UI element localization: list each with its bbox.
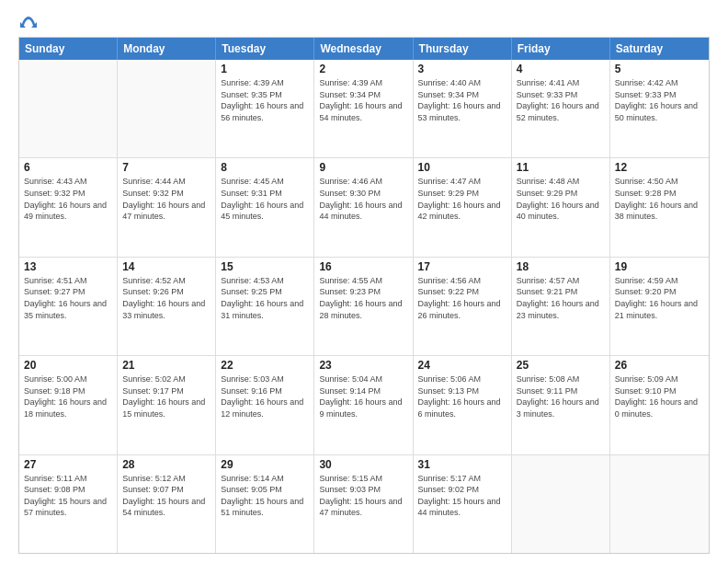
day-info: Sunrise: 4:51 AM Sunset: 9:27 PM Dayligh… (24, 275, 112, 321)
day-info: Sunrise: 5:04 AM Sunset: 9:14 PM Dayligh… (319, 373, 407, 419)
day-info: Sunrise: 4:50 AM Sunset: 9:28 PM Dayligh… (615, 176, 704, 222)
day-info: Sunrise: 4:56 AM Sunset: 9:22 PM Dayligh… (418, 275, 506, 321)
calendar: SundayMondayTuesdayWednesdayThursdayFrid… (18, 37, 710, 554)
day-info: Sunrise: 4:53 AM Sunset: 9:25 PM Dayligh… (221, 275, 309, 321)
calendar-cell (610, 455, 709, 553)
calendar-header-cell: Friday (512, 38, 610, 60)
calendar-cell: 20Sunrise: 5:00 AM Sunset: 9:18 PM Dayli… (19, 356, 118, 454)
calendar-cell: 21Sunrise: 5:02 AM Sunset: 9:17 PM Dayli… (118, 356, 216, 454)
logo (18, 15, 37, 29)
day-number: 28 (122, 458, 210, 471)
calendar-cell: 10Sunrise: 4:47 AM Sunset: 9:29 PM Dayli… (414, 158, 512, 256)
day-info: Sunrise: 5:03 AM Sunset: 9:16 PM Dayligh… (221, 373, 309, 419)
day-number: 5 (615, 63, 704, 75)
day-info: Sunrise: 5:02 AM Sunset: 9:17 PM Dayligh… (122, 373, 210, 419)
calendar-cell: 29Sunrise: 5:14 AM Sunset: 9:05 PM Dayli… (216, 455, 314, 553)
day-info: Sunrise: 4:43 AM Sunset: 9:32 PM Dayligh… (24, 176, 112, 222)
calendar-cell (118, 60, 216, 157)
calendar-cell: 26Sunrise: 5:09 AM Sunset: 9:10 PM Dayli… (610, 356, 709, 454)
day-info: Sunrise: 5:15 AM Sunset: 9:03 PM Dayligh… (319, 473, 407, 519)
logo-wave-icon (20, 15, 37, 31)
calendar-cell: 11Sunrise: 4:48 AM Sunset: 9:29 PM Dayli… (512, 158, 610, 256)
day-info: Sunrise: 4:39 AM Sunset: 9:34 PM Dayligh… (319, 77, 407, 123)
calendar-cell: 17Sunrise: 4:56 AM Sunset: 9:22 PM Dayli… (414, 258, 512, 355)
day-number: 15 (221, 260, 309, 273)
day-info: Sunrise: 5:12 AM Sunset: 9:07 PM Dayligh… (122, 473, 210, 519)
page: SundayMondayTuesdayWednesdayThursdayFrid… (0, 0, 728, 563)
day-number: 13 (24, 260, 112, 273)
day-number: 19 (615, 260, 704, 273)
day-info: Sunrise: 5:09 AM Sunset: 9:10 PM Dayligh… (615, 373, 704, 419)
day-number: 24 (418, 359, 506, 372)
day-number: 20 (24, 359, 112, 372)
calendar-week-3: 20Sunrise: 5:00 AM Sunset: 9:18 PM Dayli… (19, 356, 709, 454)
day-info: Sunrise: 4:59 AM Sunset: 9:20 PM Dayligh… (615, 275, 704, 321)
calendar-cell: 13Sunrise: 4:51 AM Sunset: 9:27 PM Dayli… (19, 258, 118, 355)
day-number: 25 (517, 359, 605, 372)
day-number: 3 (418, 63, 506, 75)
day-number: 31 (418, 458, 506, 471)
calendar-week-2: 13Sunrise: 4:51 AM Sunset: 9:27 PM Dayli… (19, 258, 709, 356)
calendar-cell (512, 455, 610, 553)
day-info: Sunrise: 4:47 AM Sunset: 9:29 PM Dayligh… (418, 176, 506, 222)
day-number: 27 (24, 458, 112, 471)
calendar-cell: 30Sunrise: 5:15 AM Sunset: 9:03 PM Dayli… (314, 455, 413, 553)
calendar-cell (19, 60, 118, 157)
calendar-cell: 23Sunrise: 5:04 AM Sunset: 9:14 PM Dayli… (314, 356, 413, 454)
calendar-header-cell: Thursday (414, 38, 512, 60)
day-number: 9 (319, 161, 407, 174)
calendar-cell: 5Sunrise: 4:42 AM Sunset: 9:33 PM Daylig… (610, 60, 709, 157)
calendar-header-cell: Tuesday (216, 38, 314, 60)
day-info: Sunrise: 4:52 AM Sunset: 9:26 PM Dayligh… (122, 275, 210, 321)
day-info: Sunrise: 4:55 AM Sunset: 9:23 PM Dayligh… (319, 275, 407, 321)
day-info: Sunrise: 5:17 AM Sunset: 9:02 PM Dayligh… (418, 473, 506, 519)
calendar-week-1: 6Sunrise: 4:43 AM Sunset: 9:32 PM Daylig… (19, 158, 709, 257)
calendar-header-cell: Monday (118, 38, 216, 60)
calendar-header-cell: Wednesday (314, 38, 413, 60)
day-info: Sunrise: 4:57 AM Sunset: 9:21 PM Dayligh… (517, 275, 605, 321)
calendar-cell: 14Sunrise: 4:52 AM Sunset: 9:26 PM Dayli… (118, 258, 216, 355)
day-number: 16 (319, 260, 407, 273)
day-number: 21 (122, 359, 210, 372)
day-info: Sunrise: 4:44 AM Sunset: 9:32 PM Dayligh… (122, 176, 210, 222)
calendar-week-4: 27Sunrise: 5:11 AM Sunset: 9:08 PM Dayli… (19, 455, 709, 553)
day-number: 4 (517, 63, 605, 75)
calendar-cell: 15Sunrise: 4:53 AM Sunset: 9:25 PM Dayli… (216, 258, 314, 355)
calendar-cell: 12Sunrise: 4:50 AM Sunset: 9:28 PM Dayli… (610, 158, 709, 256)
calendar-cell: 27Sunrise: 5:11 AM Sunset: 9:08 PM Dayli… (19, 455, 118, 553)
day-info: Sunrise: 4:48 AM Sunset: 9:29 PM Dayligh… (517, 176, 605, 222)
day-number: 11 (517, 161, 605, 174)
day-number: 29 (221, 458, 309, 471)
calendar-cell: 25Sunrise: 5:08 AM Sunset: 9:11 PM Dayli… (512, 356, 610, 454)
day-info: Sunrise: 5:11 AM Sunset: 9:08 PM Dayligh… (24, 473, 112, 519)
day-info: Sunrise: 4:41 AM Sunset: 9:33 PM Dayligh… (517, 77, 605, 123)
calendar-header-cell: Saturday (610, 38, 709, 60)
calendar-header: SundayMondayTuesdayWednesdayThursdayFrid… (19, 38, 709, 60)
calendar-cell: 7Sunrise: 4:44 AM Sunset: 9:32 PM Daylig… (118, 158, 216, 256)
day-number: 17 (418, 260, 506, 273)
calendar-cell: 19Sunrise: 4:59 AM Sunset: 9:20 PM Dayli… (610, 258, 709, 355)
calendar-week-0: 1Sunrise: 4:39 AM Sunset: 9:35 PM Daylig… (19, 60, 709, 158)
day-info: Sunrise: 4:40 AM Sunset: 9:34 PM Dayligh… (418, 77, 506, 123)
day-number: 2 (319, 63, 407, 75)
header (18, 15, 710, 29)
day-number: 30 (319, 458, 407, 471)
day-info: Sunrise: 4:39 AM Sunset: 9:35 PM Dayligh… (221, 77, 309, 123)
calendar-cell: 18Sunrise: 4:57 AM Sunset: 9:21 PM Dayli… (512, 258, 610, 355)
day-info: Sunrise: 5:08 AM Sunset: 9:11 PM Dayligh… (517, 373, 605, 419)
day-info: Sunrise: 4:45 AM Sunset: 9:31 PM Dayligh… (221, 176, 309, 222)
day-number: 6 (24, 161, 112, 174)
day-number: 1 (221, 63, 309, 75)
day-number: 23 (319, 359, 407, 372)
calendar-cell: 28Sunrise: 5:12 AM Sunset: 9:07 PM Dayli… (118, 455, 216, 553)
day-info: Sunrise: 5:00 AM Sunset: 9:18 PM Dayligh… (24, 373, 112, 419)
day-number: 26 (615, 359, 704, 372)
calendar-body: 1Sunrise: 4:39 AM Sunset: 9:35 PM Daylig… (19, 60, 709, 553)
calendar-cell: 6Sunrise: 4:43 AM Sunset: 9:32 PM Daylig… (19, 158, 118, 256)
day-number: 7 (122, 161, 210, 174)
day-number: 8 (221, 161, 309, 174)
day-info: Sunrise: 5:14 AM Sunset: 9:05 PM Dayligh… (221, 473, 309, 519)
day-number: 14 (122, 260, 210, 273)
day-number: 12 (615, 161, 704, 174)
day-info: Sunrise: 4:42 AM Sunset: 9:33 PM Dayligh… (615, 77, 704, 123)
